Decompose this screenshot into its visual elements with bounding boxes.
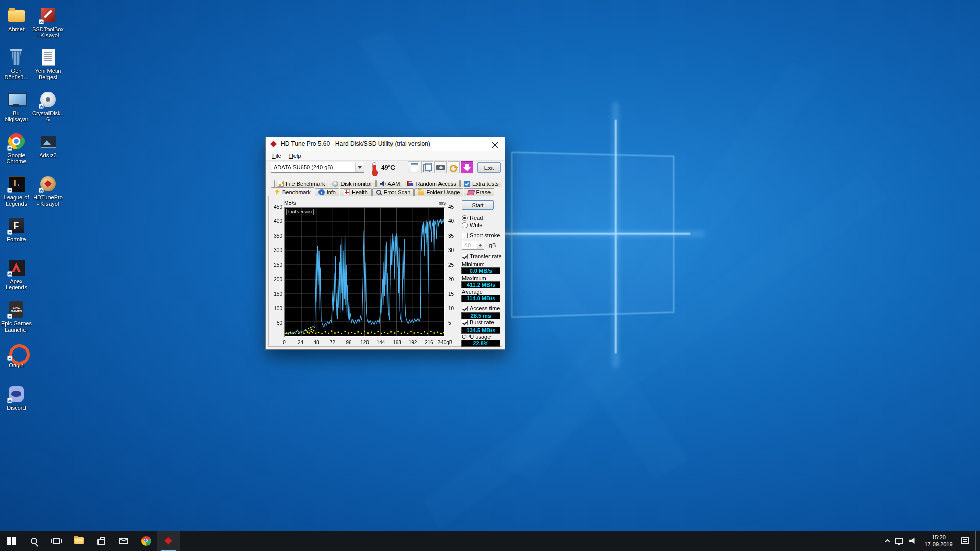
- volume-icon[interactable]: [909, 538, 916, 544]
- drive-select[interactable]: ADATA SU650 (240 gB): [271, 162, 364, 173]
- stroke-spinner[interactable]: [477, 241, 483, 249]
- thermometer-icon: [372, 162, 376, 171]
- desktop-icon-apex-legends[interactable]: Apex Legends: [1, 258, 32, 298]
- network-icon[interactable]: [895, 538, 903, 544]
- desktop-icon-hdtunepro-k-sayol[interactable]: HDTunePro - Kısayol: [32, 174, 64, 214]
- search-button[interactable]: [22, 531, 45, 551]
- tab-benchmark[interactable]: Benchmark: [271, 187, 314, 196]
- burst-rate-checkbox[interactable]: [462, 320, 468, 325]
- maximize-icon: [473, 142, 477, 146]
- start-menu-button[interactable]: [0, 531, 22, 551]
- access-time-checkbox[interactable]: [462, 306, 468, 311]
- screenshot-camera-button[interactable]: [434, 161, 447, 173]
- exit-button[interactable]: Exit: [477, 162, 501, 173]
- tab-extra-tests[interactable]: Extra tests: [460, 180, 502, 187]
- write-radio[interactable]: [462, 222, 468, 228]
- transfer-rate-row[interactable]: Transfer rate: [462, 253, 502, 259]
- menu-help[interactable]: Help: [285, 152, 305, 160]
- tab-info[interactable]: Info: [315, 188, 339, 196]
- tab-health[interactable]: Health: [340, 188, 372, 196]
- average-label: Average: [462, 289, 483, 295]
- tab-random-access[interactable]: Random Access: [404, 180, 459, 187]
- license-keys-icon: [449, 163, 458, 172]
- taskbar-mail[interactable]: [112, 531, 135, 551]
- license-keys-button[interactable]: [448, 161, 460, 173]
- taskbar-hdtune-active[interactable]: [157, 531, 180, 551]
- tab-erase[interactable]: Erase: [464, 188, 494, 196]
- cpu-usage-value: 22.8%: [461, 340, 500, 347]
- burst-rate-row[interactable]: Burst rate: [462, 319, 494, 325]
- hdtune-icon: [164, 537, 173, 545]
- league-icon: [7, 174, 26, 193]
- desktop-icon-origin[interactable]: Origin: [1, 342, 32, 382]
- hdtune-window: HD Tune Pro 5.60 - Hard Disk/SSD Utility…: [265, 137, 505, 350]
- tray-expand-icon[interactable]: [885, 539, 890, 544]
- tab-folder-usage[interactable]: Folder Usage: [414, 188, 463, 196]
- apex-icon: [7, 258, 26, 277]
- taskbar: 15:20 17.09.2019: [0, 531, 980, 551]
- taskbar-chrome[interactable]: [135, 531, 157, 551]
- close-button[interactable]: [485, 137, 505, 151]
- burst-rate-value: 134.5 MB/s: [461, 327, 500, 334]
- desktop-icon-label: CrystalDisk... 6: [32, 110, 64, 122]
- tab-label: Erase: [476, 189, 491, 195]
- start-button[interactable]: Start: [462, 200, 494, 210]
- upgrade-download-button[interactable]: [461, 161, 473, 173]
- action-center-icon[interactable]: [961, 537, 969, 544]
- write-radio-row[interactable]: Write: [462, 222, 482, 228]
- random-access-icon: [407, 181, 413, 187]
- task-view-icon: [53, 538, 60, 544]
- desktop-icon-league-of-legends[interactable]: League of Legends: [1, 174, 32, 214]
- tab-label: Error Scan: [384, 189, 411, 195]
- copy-screenshot-button[interactable]: [421, 161, 433, 173]
- desktop-icon-fortnite[interactable]: Fortnite: [1, 216, 32, 256]
- read-radio[interactable]: [462, 215, 468, 221]
- task-view-button[interactable]: [45, 531, 67, 551]
- menu-file[interactable]: File: [268, 152, 285, 160]
- desktop-icon-ssdtoolbox-k-sayol[interactable]: SSDToolBox - Kısayol: [32, 6, 64, 46]
- access-time-row[interactable]: Access time: [462, 305, 500, 311]
- transfer-rate-checkbox[interactable]: [462, 254, 468, 259]
- benchmark-plot: [285, 208, 444, 336]
- discord-icon: [7, 385, 26, 403]
- short-stroke-checkbox[interactable]: [462, 233, 468, 238]
- maximize-button[interactable]: [465, 137, 485, 151]
- y-axis-left-tick: 400: [270, 218, 282, 224]
- desktop-icon-ads-z3[interactable]: Adsız3: [32, 132, 64, 172]
- drive-select-dropdown-button[interactable]: [355, 162, 364, 172]
- tab-aam[interactable]: AAM: [376, 180, 404, 187]
- short-stroke-row[interactable]: Short stroke: [462, 232, 500, 238]
- x-axis-tick: 240gB: [435, 340, 455, 345]
- desktop-icon-crystaldisk-6[interactable]: CrystalDisk... 6: [32, 90, 64, 130]
- shortcut-arrow-icon: [7, 230, 12, 235]
- desktop-icon-discord[interactable]: Discord: [1, 385, 32, 424]
- tab-error-scan[interactable]: Error Scan: [372, 188, 414, 196]
- desktop-icon-ahmet[interactable]: Ahmet: [1, 6, 32, 46]
- stroke-unit-label: gB: [489, 242, 496, 248]
- windows-logo-icon: [7, 537, 16, 545]
- show-desktop-button[interactable]: [975, 531, 978, 551]
- window-caption-buttons: [445, 137, 505, 151]
- shortcut-arrow-icon: [7, 314, 12, 319]
- desktop-icon-yeni-metin-belgesi[interactable]: Yeni Metin Belgesi: [32, 48, 64, 88]
- window-titlebar[interactable]: HD Tune Pro 5.60 - Hard Disk/SSD Utility…: [266, 137, 505, 151]
- shortcut-arrow-icon: [7, 356, 12, 361]
- tab-disk-monitor[interactable]: Disk monitor: [329, 180, 375, 187]
- fortnite-icon: [7, 216, 26, 235]
- desktop-icon-google-chrome[interactable]: Google Chrome: [1, 132, 32, 172]
- copy-results-button[interactable]: [408, 161, 420, 173]
- tab-file-benchmark[interactable]: File Benchmark: [274, 180, 328, 187]
- taskbar-store[interactable]: [90, 531, 112, 551]
- shortcut-arrow-icon: [39, 104, 44, 109]
- minimize-button[interactable]: [445, 137, 465, 151]
- upgrade-download-icon: [462, 163, 472, 172]
- desktop-icon-epic-games-launcher[interactable]: Epic Games Launcher: [1, 300, 32, 340]
- taskbar-file-explorer[interactable]: [67, 531, 90, 551]
- desktop-icon-geri-d-n[interactable]: Geri Dönüşü...: [1, 48, 32, 88]
- read-radio-row[interactable]: Read: [462, 215, 483, 221]
- erase-icon: [468, 189, 474, 195]
- desktop-icon-bu-bilgisayar[interactable]: Bu bilgisayar: [1, 90, 32, 130]
- trial-version-watermark: trial version: [286, 209, 314, 215]
- taskbar-clock[interactable]: 15:20 17.09.2019: [922, 534, 955, 548]
- access-time-value: 28.5 ms: [461, 312, 500, 319]
